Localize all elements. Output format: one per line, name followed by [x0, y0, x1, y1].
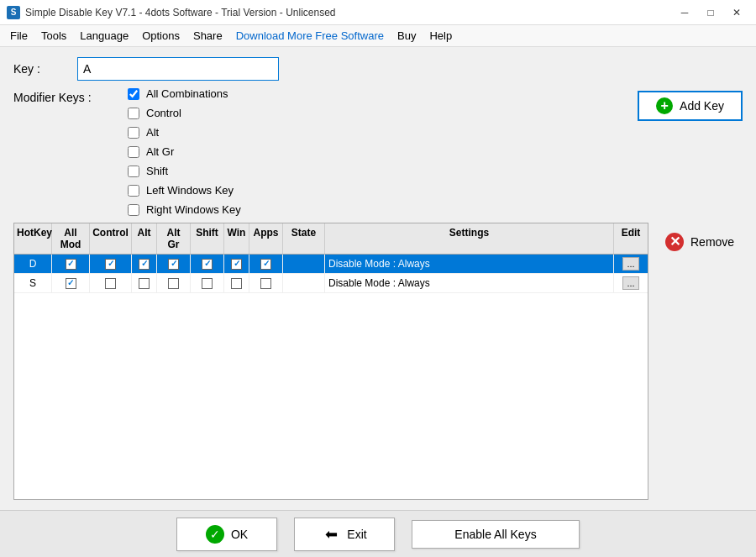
table-cell-1-10[interactable]: ... — [614, 274, 648, 292]
table-cell-0-6: ✓ — [224, 255, 249, 273]
table-header-edit: Edit — [614, 223, 648, 254]
modifier-checkbox-1[interactable] — [128, 108, 139, 119]
modifier-checkbox-0[interactable] — [128, 88, 139, 100]
menu-item-download-more-free-software[interactable]: Download More Free Software — [229, 27, 391, 45]
menubar: FileToolsLanguageOptionsShareDownload Mo… — [0, 25, 756, 47]
modifier-item-4: Shift — [128, 165, 241, 177]
menu-item-language[interactable]: Language — [73, 27, 135, 45]
exit-label: Exit — [347, 528, 366, 541]
table-header-hotkey: HotKey — [14, 223, 52, 254]
add-key-icon: + — [656, 97, 673, 114]
menu-item-buy[interactable]: Buy — [391, 27, 423, 45]
modifier-item-5: Left Windows Key — [128, 184, 241, 197]
modifier-label-2: Alt — [146, 126, 159, 139]
table-cell-0-5: ✓ — [191, 255, 224, 273]
exit-button[interactable]: ⬅ Exit — [294, 518, 395, 551]
modifier-checkbox-3[interactable] — [128, 146, 139, 158]
table-header-state: State — [283, 223, 325, 254]
table-row[interactable]: D✓✓✓✓✓✓✓Disable Mode : Always... — [14, 255, 648, 274]
close-button[interactable]: ✕ — [724, 4, 749, 21]
menu-item-options[interactable]: Options — [135, 27, 186, 45]
modifier-item-1: Control — [128, 107, 241, 119]
modifier-label-6: Right Windows Key — [146, 203, 241, 216]
table-cell-1-2 — [90, 274, 132, 292]
table-header-alt: Alt — [132, 223, 157, 254]
table-row[interactable]: S✓Disable Mode : Always... — [14, 274, 648, 293]
key-row: Key : — [13, 57, 743, 81]
modifier-label-0: All Combinations — [146, 87, 228, 100]
modifier-label-4: Shift — [146, 165, 168, 177]
table-header: HotKeyAll ModControlAltAlt GrShiftWinApp… — [14, 223, 648, 255]
table-cell-1-1: ✓ — [52, 274, 90, 292]
table-cell-0-1: ✓ — [52, 255, 90, 273]
exit-icon: ⬅ — [322, 525, 340, 544]
modifier-item-6: Right Windows Key — [128, 203, 241, 216]
edit-button-0[interactable]: ... — [622, 257, 638, 271]
menu-item-help[interactable]: Help — [423, 27, 459, 45]
table-header-settings: Settings — [325, 223, 614, 254]
modifier-list: All CombinationsControlAltAlt GrShiftLef… — [128, 87, 241, 216]
modifier-item-3: Alt Gr — [128, 145, 241, 158]
modifier-checkbox-6[interactable] — [128, 204, 139, 216]
titlebar-title: Simple Disable Key V7.1 - 4dots Software… — [25, 7, 336, 18]
add-key-label: Add Key — [680, 99, 724, 113]
table-cell-1-7 — [249, 274, 283, 292]
titlebar: S Simple Disable Key V7.1 - 4dots Softwa… — [0, 0, 756, 25]
minimize-button[interactable]: ─ — [672, 4, 697, 21]
table-cell-0-4: ✓ — [157, 255, 191, 273]
table-cell-0-7: ✓ — [249, 255, 283, 273]
side-buttons: ✕ Remove — [659, 223, 743, 500]
table-cell-1-4 — [157, 274, 191, 292]
enable-all-label: Enable All Keys — [454, 528, 536, 541]
table-cell-1-6 — [224, 274, 249, 292]
maximize-button[interactable]: □ — [698, 4, 723, 21]
ok-button[interactable]: ✓ OK — [176, 518, 277, 551]
table-section: HotKeyAll ModControlAltAlt GrShiftWinApp… — [13, 223, 743, 500]
key-input[interactable] — [77, 57, 279, 81]
menu-item-file[interactable]: File — [3, 27, 34, 45]
menu-item-share[interactable]: Share — [186, 27, 229, 45]
modifier-label-3: Alt Gr — [146, 145, 174, 158]
table-cell-0-9: Disable Mode : Always — [325, 255, 614, 273]
table-header-all-mod: All Mod — [52, 223, 90, 254]
table-cell-0-2: ✓ — [90, 255, 132, 273]
ok-label: OK — [231, 528, 248, 541]
table-header-control: Control — [90, 223, 132, 254]
table-cell-0-10[interactable]: ... — [614, 255, 648, 273]
modifier-checkbox-4[interactable] — [128, 166, 139, 177]
modifier-label-5: Left Windows Key — [146, 184, 234, 197]
main-content: Key : Modifier Keys : All CombinationsCo… — [0, 47, 756, 510]
menu-item-tools[interactable]: Tools — [34, 27, 73, 45]
modifier-item-0: All Combinations — [128, 87, 241, 100]
table-cell-0-3: ✓ — [132, 255, 157, 273]
app-icon: S — [7, 6, 20, 19]
table-cell-1-0: S — [14, 274, 52, 292]
table-header-win: Win — [224, 223, 249, 254]
remove-icon: ✕ — [665, 233, 684, 251]
modifier-section: Modifier Keys : All CombinationsControlA… — [13, 87, 743, 216]
modifier-item-2: Alt — [128, 126, 241, 139]
modifier-checkbox-2[interactable] — [128, 127, 139, 139]
table-header-shift: Shift — [191, 223, 224, 254]
modifier-checkbox-5[interactable] — [128, 185, 139, 197]
table-body: D✓✓✓✓✓✓✓Disable Mode : Always...S✓Disabl… — [14, 255, 648, 293]
modifier-label-1: Control — [146, 107, 181, 119]
table-cell-1-8 — [283, 274, 325, 292]
remove-button[interactable]: ✕ Remove — [659, 229, 743, 255]
table-cell-0-0: D — [14, 255, 52, 273]
remove-label: Remove — [690, 235, 734, 249]
table-header-apps: Apps — [249, 223, 283, 254]
table-cell-1-5 — [191, 274, 224, 292]
titlebar-left: S Simple Disable Key V7.1 - 4dots Softwa… — [7, 6, 336, 19]
edit-button-1[interactable]: ... — [622, 276, 638, 290]
ok-icon: ✓ — [206, 525, 224, 544]
bottom-bar: ✓ OK ⬅ Exit Enable All Keys — [0, 510, 756, 557]
key-label: Key : — [13, 62, 64, 76]
add-key-button[interactable]: + Add Key — [638, 91, 743, 121]
table-cell-0-8 — [283, 255, 325, 273]
enable-all-button[interactable]: Enable All Keys — [412, 520, 580, 549]
modifier-label: Modifier Keys : — [13, 87, 114, 104]
table-cell-1-9: Disable Mode : Always — [325, 274, 614, 292]
table-cell-1-3 — [132, 274, 157, 292]
titlebar-controls: ─ □ ✕ — [672, 4, 749, 21]
